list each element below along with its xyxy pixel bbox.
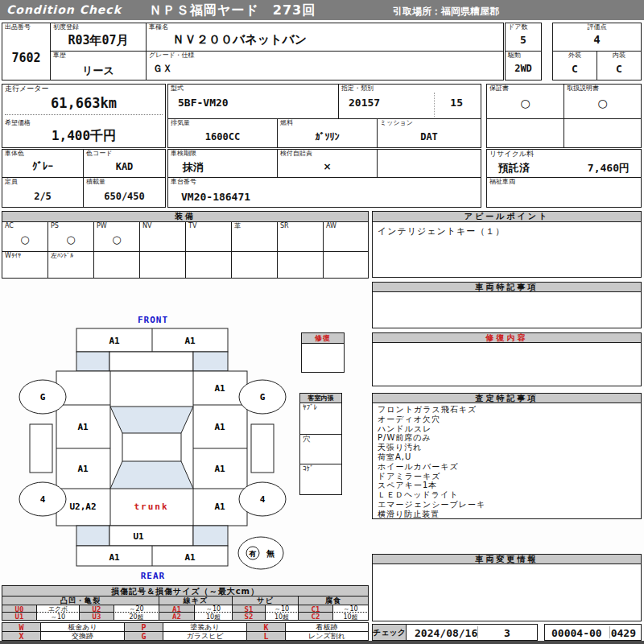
chassis-number-label: 車台番号 xyxy=(171,179,196,186)
vehicle-notes-title: 車両特記事項 xyxy=(372,282,642,292)
spare-no-mark: 無 xyxy=(266,549,275,558)
body-color-label: 車体色 xyxy=(5,151,24,158)
legend-desc: ～10 xyxy=(36,612,80,621)
interior-grade-cell: 内装 C xyxy=(597,51,642,80)
assessment-item: ドアミラーキズ xyxy=(378,472,636,481)
interior-grade-value: C xyxy=(597,63,641,75)
model-code-cell: 型式 5BF-VM20 xyxy=(167,84,339,119)
legend-code: L xyxy=(246,631,286,641)
appeal-point-text: インテリジェントキー（１） xyxy=(373,222,641,241)
assessment-item: 横滑り防止装置 xyxy=(378,510,636,519)
transmission-label: ミッション xyxy=(380,120,413,127)
load-capacity-value: 650/450 xyxy=(84,191,165,202)
inspection-label: 車検期限 xyxy=(171,151,196,158)
sheet-code-box: 00004-00 0429 xyxy=(544,624,642,641)
right-slide-code: A1 xyxy=(214,464,225,474)
displacement-value: 1600CC xyxy=(168,131,277,142)
inspection-cell: 車検期限 抹消 xyxy=(167,149,278,178)
history-label: 車歴 xyxy=(53,52,66,60)
equipment-mark: ○ xyxy=(94,233,139,246)
equipment-cell-lhd: 左ﾊﾝﾄﾞﾙ xyxy=(47,251,94,279)
capacity-label: 定員 xyxy=(5,179,18,186)
assessment-item: ホイールカバーキズ xyxy=(378,462,636,472)
equipment-cell-empty xyxy=(323,251,369,279)
doors-value: 5 xyxy=(506,34,541,46)
front-bumper-left-code: A1 xyxy=(109,336,120,346)
equipment-cell-empty xyxy=(231,251,278,279)
score-cell: 評価点 4 xyxy=(552,23,642,52)
fuel-label: 燃料 xyxy=(280,120,293,127)
assessment-item: ハンドルスレ xyxy=(378,424,636,434)
doors-label: ドア数 xyxy=(508,24,527,31)
legend-desc: 10超 xyxy=(332,612,369,621)
cabin-interior-row-tear: ﾔﾌﾞﾚ xyxy=(299,402,342,435)
repair-flag-body xyxy=(301,344,345,373)
rear-bumper-right-code: A1 xyxy=(184,552,196,563)
insurance-mark: × xyxy=(278,161,377,172)
right-door-code: A1 xyxy=(214,422,225,432)
drive-label: 駆動 xyxy=(508,52,521,60)
body-color-cell: 車体色 ｸﾞﾚｰ xyxy=(2,149,84,178)
exterior-grade-cell: 外装 C xyxy=(552,51,597,80)
type-number: 20157 xyxy=(349,97,380,109)
chassis-number-value: VM20-186471 xyxy=(168,191,481,203)
legend-desc: ガラスヒビ xyxy=(163,631,247,641)
assessment-item: 荷室A,U xyxy=(378,452,636,462)
welfare-vehicle-cell: 福祉車両 xyxy=(486,177,642,208)
warranty-mark: ○ xyxy=(487,97,564,109)
lot-number-label: 出品番号 xyxy=(5,24,31,31)
right-fender-code: A1 xyxy=(214,383,225,394)
empty-cell xyxy=(486,118,564,148)
legend-code: G xyxy=(124,631,163,641)
lot-number-cell: 出品番号 7602 xyxy=(2,23,51,80)
odometer-label: 走行メーター xyxy=(5,85,48,93)
model-code-value: 5BF-VM20 xyxy=(168,97,338,109)
grade-value: ＧＸ xyxy=(147,62,503,76)
equipment-cell-aw: AW xyxy=(323,221,369,252)
exterior-grade-value: C xyxy=(553,63,597,75)
pickup-location: 引取場所：福岡県糟屋郡 xyxy=(393,5,499,19)
wheel-front-left-code: G xyxy=(40,392,46,402)
legend-code: S2 xyxy=(232,612,266,621)
insurance-cell: 検付自賠責 × xyxy=(277,149,378,178)
divider xyxy=(434,93,435,117)
grade-cell: グレード・仕様 ＧＸ xyxy=(146,51,504,80)
title-bar: Condition Check ＮＰＳ福岡ヤード 273回 引取場所：福岡県糟屋… xyxy=(0,0,644,20)
equipment-cell-sr: SR xyxy=(277,221,324,252)
wheel-front-right-code: G xyxy=(260,392,266,402)
assessment-item: 天張り汚れ xyxy=(378,443,636,452)
equipment-cell-empty xyxy=(93,251,140,279)
trunk-label: trunk xyxy=(134,502,168,512)
model-name-value: ＮＶ２００バネットバン xyxy=(147,32,503,47)
right-quarter-code: A1 xyxy=(214,502,225,512)
sheet-code2: 0429 xyxy=(611,627,636,639)
assessment-item: エマージェンシーブレーキ xyxy=(378,500,636,510)
repair-flag-title: 修復 xyxy=(301,332,345,344)
type-class-label: 指定・類別 xyxy=(341,85,374,93)
legend-desc: 交換跡 xyxy=(40,631,125,641)
manual-mark: ○ xyxy=(564,97,641,109)
color-code-label: 色コード xyxy=(86,151,112,158)
equipment-cell-ps: PS ○ xyxy=(47,221,94,252)
capacity-cell: 定員 2/5 xyxy=(2,177,84,208)
body-color-value: ｸﾞﾚｰ xyxy=(2,160,83,172)
empty-cell xyxy=(377,149,481,178)
equipment-cell-leather: 革 xyxy=(231,221,278,252)
divider xyxy=(5,114,163,115)
legend-title: 損傷記号＆損傷サイズ（～最大cm） xyxy=(2,585,369,597)
equipment-cell-pw: PW ○ xyxy=(93,221,140,252)
grade-label: グレード・仕様 xyxy=(149,52,195,60)
drive-value: 2WD xyxy=(506,63,541,74)
legend-code: A2 xyxy=(159,612,195,621)
legend-desc: 10超 xyxy=(265,612,299,621)
equipment-cell-empty xyxy=(277,251,324,279)
insurance-label: 検付自賠責 xyxy=(280,151,312,158)
manual-label: 取扱説明書 xyxy=(567,85,599,93)
legend-code: U1 xyxy=(2,612,37,621)
rear-bumper-left-code: A1 xyxy=(109,552,120,563)
equipment-cell-ac: AC ○ xyxy=(2,221,48,252)
check-count: 3 xyxy=(477,627,537,639)
equipment-cell-empty xyxy=(185,251,232,279)
welfare-vehicle-label: 福祉車両 xyxy=(489,179,515,186)
appeal-points-body: インテリジェントキー（１） xyxy=(372,222,642,278)
